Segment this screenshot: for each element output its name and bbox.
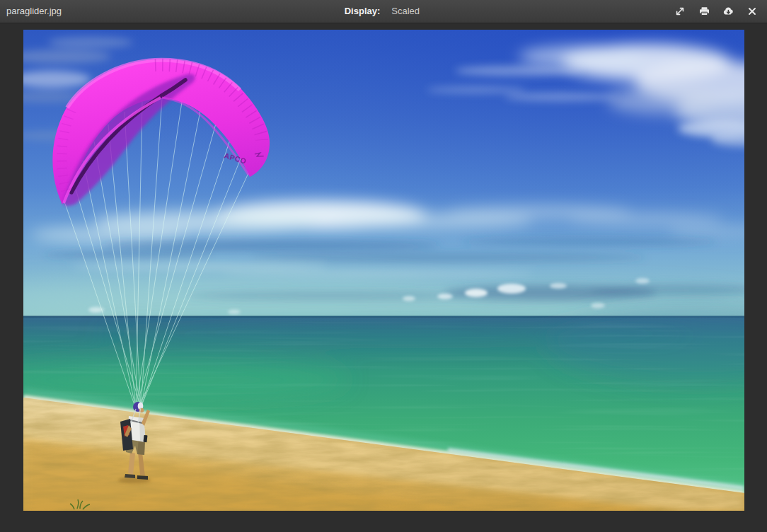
cloud-download-icon — [722, 6, 734, 17]
viewer-stage: APCO — [0, 23, 767, 532]
print-icon — [698, 6, 710, 17]
expand-icon — [674, 6, 686, 17]
download-button[interactable] — [720, 3, 737, 20]
close-button[interactable] — [744, 3, 761, 20]
close-icon — [747, 6, 757, 16]
filename-label: paraglider.jpg — [6, 0, 62, 23]
photo-paraglider[interactable]: APCO — [23, 30, 744, 511]
viewer-toolbar: paraglider.jpg Display: Scaled — [0, 0, 767, 23]
display-mode-group: Display: Scaled — [345, 0, 420, 23]
display-label: Display: — [345, 0, 381, 23]
photo-scene: APCO — [23, 30, 744, 511]
display-mode-value[interactable]: Scaled — [391, 0, 420, 23]
image-viewer-window: paraglider.jpg Display: Scaled — [0, 0, 767, 532]
fullsize-button[interactable] — [671, 3, 688, 20]
toolbar-actions — [671, 0, 761, 23]
print-button[interactable] — [696, 3, 713, 20]
